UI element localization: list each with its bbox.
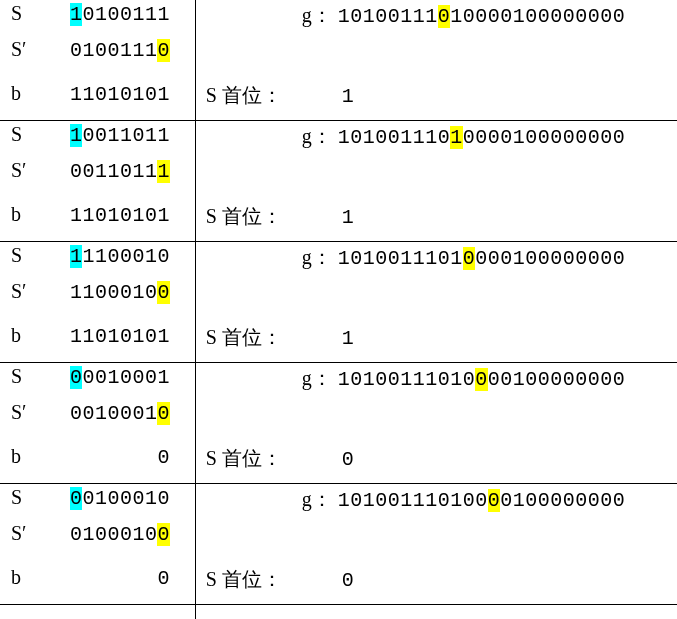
iteration-row: S10100111 S′01001110 b11010101g：10100111…: [0, 0, 677, 121]
ellipsis-right: ………………………: [196, 605, 677, 619]
ellipsis-row: …………………………………: [0, 605, 677, 620]
label-g: g：: [202, 123, 338, 150]
label-g: g：: [202, 365, 338, 392]
label-S-prime: S′: [6, 38, 50, 61]
value-b: 11010101: [50, 83, 170, 106]
highlight-yellow-bit: 0: [157, 402, 170, 425]
row-S: S10100111: [6, 2, 189, 38]
value-g: 10100111010000100000000: [338, 5, 626, 28]
row-S-prime: S′01000100: [6, 522, 189, 566]
value-b: 11010101: [50, 204, 170, 227]
spacer-row: [202, 38, 671, 82]
spacer-row: [202, 401, 671, 445]
right-cell: g：10100111010000100000000S 首位：0: [195, 363, 677, 484]
label-b: b: [6, 445, 50, 468]
highlight-yellow-bit: 1: [450, 126, 463, 149]
highlight-cyan-bit: 0: [70, 366, 83, 389]
row-b: b11010101: [6, 203, 189, 239]
highlight-yellow-bit: 0: [463, 247, 476, 270]
value-S-prime: 01000100: [50, 523, 170, 546]
value-S: 00010001: [50, 366, 170, 389]
value-S: 10100111: [50, 3, 170, 26]
spacer-row: [202, 159, 671, 203]
right-cell: g：10100111010000100000000S 首位：1: [195, 121, 677, 242]
value-S-prime: 00100010: [50, 402, 170, 425]
label-b: b: [6, 324, 50, 347]
left-cell: S00100010 S′01000100 b0: [0, 484, 195, 605]
row-s-head: S 首位：1: [202, 203, 671, 239]
value-b: 0: [50, 446, 170, 469]
highlight-yellow-bit: 0: [488, 489, 501, 512]
value-b: 0: [50, 567, 170, 590]
value-s-head: 1: [342, 327, 355, 350]
iteration-row: S00100010 S′01000100 b0g：101001110100001…: [0, 484, 677, 605]
value-g: 10100111010000100000000: [338, 126, 626, 149]
label-s-head: S 首位：: [202, 445, 342, 472]
value-s-head: 0: [342, 569, 355, 592]
row-b: b0: [6, 566, 189, 602]
value-S-prime: 01001110: [50, 39, 170, 62]
label-S-prime: S′: [6, 159, 50, 182]
right-cell: g：10100111010000100000000S 首位：1: [195, 0, 677, 121]
highlight-yellow-bit: 0: [157, 39, 170, 62]
value-S-prime: 11000100: [50, 281, 170, 304]
right-cell: g：10100111010000100000000S 首位：0: [195, 484, 677, 605]
highlight-cyan-bit: 1: [70, 124, 83, 147]
label-s-head: S 首位：: [202, 203, 342, 230]
row-b: b0: [6, 445, 189, 481]
row-g: g：10100111010000100000000: [202, 123, 671, 159]
spacer-row: [202, 522, 671, 566]
row-g: g：10100111010000100000000: [202, 244, 671, 280]
value-b: 11010101: [50, 325, 170, 348]
label-g: g：: [202, 244, 338, 271]
highlight-cyan-bit: 1: [70, 3, 83, 26]
ellipsis-left: …………: [0, 605, 195, 619]
label-S: S: [6, 486, 50, 509]
spacer-row: [202, 280, 671, 324]
highlight-yellow-bit: 0: [157, 523, 170, 546]
row-g: g：10100111010000100000000: [202, 486, 671, 522]
value-S: 11100010: [50, 245, 170, 268]
label-g: g：: [202, 2, 338, 29]
label-S: S: [6, 2, 50, 25]
iteration-row: S10011011 S′00110111 b11010101g：10100111…: [0, 121, 677, 242]
row-S: S00100010: [6, 486, 189, 522]
label-b: b: [6, 82, 50, 105]
value-S: 10011011: [50, 124, 170, 147]
row-S-prime: S′00100010: [6, 401, 189, 445]
left-cell: …………: [0, 605, 195, 620]
row-s-head: S 首位：1: [202, 82, 671, 118]
label-g: g：: [202, 486, 338, 513]
row-S: S00010001: [6, 365, 189, 401]
row-S-prime: S′00110111: [6, 159, 189, 203]
highlight-yellow-bit: 0: [438, 5, 451, 28]
value-S: 00100010: [50, 487, 170, 510]
value-g: 10100111010000100000000: [338, 368, 626, 391]
row-S: S11100010: [6, 244, 189, 280]
highlight-yellow-bit: 0: [157, 281, 170, 304]
row-g: g：10100111010000100000000: [202, 2, 671, 38]
label-S-prime: S′: [6, 401, 50, 424]
label-s-head: S 首位：: [202, 82, 342, 109]
highlight-cyan-bit: 1: [70, 245, 83, 268]
left-cell: S10100111 S′01001110 b11010101: [0, 0, 195, 121]
label-S-prime: S′: [6, 522, 50, 545]
value-g: 10100111010000100000000: [338, 489, 626, 512]
highlight-yellow-bit: 0: [475, 368, 488, 391]
value-g: 10100111010000100000000: [338, 247, 626, 270]
label-s-head: S 首位：: [202, 324, 342, 351]
row-S: S10011011: [6, 123, 189, 159]
right-cell: ………………………: [195, 605, 677, 620]
right-cell: g：10100111010000100000000S 首位：1: [195, 242, 677, 363]
label-S: S: [6, 244, 50, 267]
row-b: b11010101: [6, 324, 189, 360]
iteration-row: S00010001 S′00100010 b0g：101001110100001…: [0, 363, 677, 484]
label-S-prime: S′: [6, 280, 50, 303]
left-cell: S11100010 S′11000100 b11010101: [0, 242, 195, 363]
row-S-prime: S′01001110: [6, 38, 189, 82]
label-s-head: S 首位：: [202, 566, 342, 593]
value-S-prime: 00110111: [50, 160, 170, 183]
label-b: b: [6, 566, 50, 589]
left-cell: S10011011 S′00110111 b11010101: [0, 121, 195, 242]
value-s-head: 1: [342, 206, 355, 229]
